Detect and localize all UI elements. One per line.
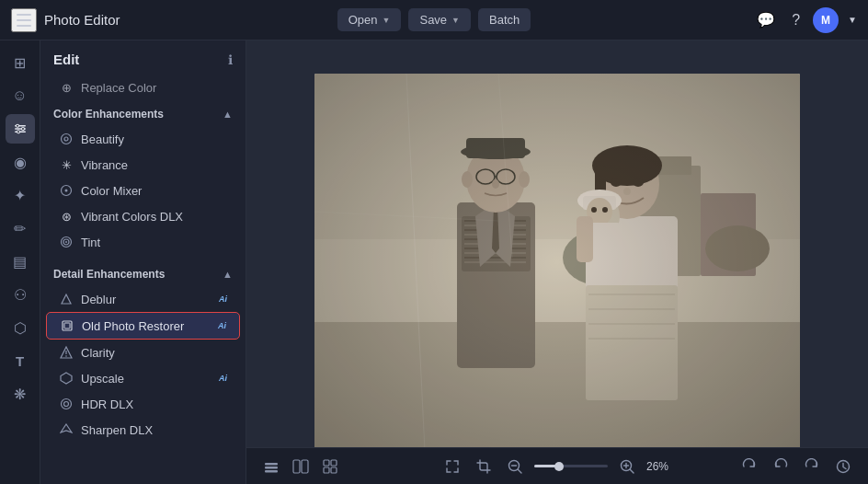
svg-line-94 bbox=[519, 469, 522, 473]
crop-toolbar-button[interactable] bbox=[472, 455, 496, 478]
compare-toolbar-button[interactable] bbox=[289, 455, 313, 478]
svg-line-98 bbox=[631, 469, 634, 473]
section-detail-enhancements-title: Detail Enhancements bbox=[53, 268, 165, 281]
menu-item-deblur[interactable]: Deblur Ai bbox=[46, 286, 240, 312]
svg-point-5 bbox=[17, 131, 19, 133]
zoom-out-toolbar-button[interactable] bbox=[503, 455, 527, 478]
icon-bar-sparkle[interactable]: ✦ bbox=[6, 180, 35, 210]
save-button[interactable]: Save ▼ bbox=[408, 8, 471, 31]
beautify-label: Beautify bbox=[81, 133, 227, 146]
svg-point-6 bbox=[62, 134, 72, 144]
menu-item-hdr-dlx[interactable]: HDR DLX bbox=[46, 391, 240, 417]
color-enhancements-chevron: ▲ bbox=[223, 109, 233, 120]
icon-bar-adjust[interactable] bbox=[6, 114, 35, 144]
svg-point-12 bbox=[65, 241, 67, 243]
svg-rect-85 bbox=[265, 470, 278, 473]
bottom-left-tools bbox=[259, 455, 342, 478]
menu-item-vibrance[interactable]: ✳ Vibrance bbox=[46, 152, 240, 178]
menu-item-sharpen-dlx[interactable]: Sharpen DLX bbox=[46, 417, 240, 443]
expand-toolbar-button[interactable] bbox=[440, 455, 464, 478]
info-icon[interactable]: ℹ bbox=[228, 52, 233, 67]
deblur-icon bbox=[59, 292, 74, 306]
icon-bar-effects[interactable]: ❋ bbox=[6, 379, 35, 409]
zoom-in-toolbar-button[interactable] bbox=[615, 455, 639, 478]
menu-item-replace-color[interactable]: ⊕ Replace Color bbox=[46, 75, 240, 100]
open-dropdown-arrow: ▼ bbox=[383, 16, 391, 25]
photo-canvas bbox=[314, 74, 800, 451]
menu-item-tint[interactable]: Tint bbox=[46, 229, 240, 255]
svg-point-17 bbox=[65, 355, 67, 357]
icon-bar-face[interactable]: ☺ bbox=[6, 81, 35, 110]
layers-toolbar-button[interactable] bbox=[259, 455, 283, 478]
menu-button[interactable] bbox=[11, 8, 37, 32]
bottom-center-tools: 26% bbox=[440, 455, 674, 478]
icon-bar-mask[interactable]: ⬡ bbox=[6, 313, 35, 342]
bottom-right-tools bbox=[737, 455, 855, 478]
open-button[interactable]: Open ▼ bbox=[337, 8, 402, 31]
photo-container bbox=[314, 74, 800, 451]
svg-rect-14 bbox=[64, 323, 70, 328]
sharpen-dlx-icon bbox=[59, 422, 74, 437]
redo-toolbar-button[interactable] bbox=[800, 455, 824, 478]
zoom-percent-label: 26% bbox=[646, 460, 674, 473]
vibrance-icon: ✳ bbox=[59, 157, 74, 172]
panel-header: Edit ℹ bbox=[40, 40, 246, 75]
zoom-slider[interactable] bbox=[534, 465, 608, 467]
header-center: Open ▼ Save ▼ Batch bbox=[337, 8, 531, 31]
panel-scroll[interactable]: Color Enhancements ▲ Beautify ✳ Vibrance bbox=[40, 100, 246, 484]
svg-rect-88 bbox=[324, 460, 329, 466]
svg-rect-89 bbox=[331, 460, 337, 466]
svg-point-20 bbox=[64, 402, 69, 407]
svg-rect-90 bbox=[324, 467, 329, 473]
menu-item-upscale[interactable]: Upscale Ai bbox=[46, 365, 240, 391]
undo-toolbar-button[interactable] bbox=[769, 455, 793, 478]
icon-bar-brush[interactable]: ✏ bbox=[6, 213, 35, 243]
avatar[interactable]: M bbox=[813, 7, 839, 33]
icon-bar-people[interactable]: ⚇ bbox=[6, 280, 35, 309]
icon-bar-grid[interactable]: ⊞ bbox=[6, 48, 35, 77]
history-toolbar-button[interactable] bbox=[831, 455, 855, 478]
icon-bar-eye[interactable]: ◉ bbox=[6, 147, 35, 177]
svg-rect-91 bbox=[331, 467, 337, 473]
menu-item-vibrant-colors-dlx[interactable]: ⊛ Vibrant Colors DLX bbox=[46, 203, 240, 229]
vibrant-colors-label: Vibrant Colors DLX bbox=[81, 210, 227, 224]
menu-item-color-mixer[interactable]: Color Mixer bbox=[46, 178, 240, 203]
rotate-toolbar-button[interactable] bbox=[737, 455, 761, 478]
panel-title: Edit bbox=[53, 52, 79, 67]
old-photo-restorer-ai-badge: Ai bbox=[218, 321, 226, 330]
deblur-label: Deblur bbox=[81, 293, 211, 306]
menu-item-clarity[interactable]: Clarity bbox=[46, 340, 240, 365]
avatar-chevron: ▼ bbox=[848, 15, 857, 25]
tint-label: Tint bbox=[81, 236, 227, 249]
upscale-ai-badge: Ai bbox=[219, 374, 227, 383]
deblur-ai-badge: Ai bbox=[219, 294, 227, 304]
sharpen-dlx-label: Sharpen DLX bbox=[81, 423, 227, 437]
svg-point-3 bbox=[16, 124, 18, 127]
app-title: Photo Editor bbox=[44, 12, 120, 28]
chat-button[interactable]: 💬 bbox=[753, 7, 779, 32]
menu-item-beautify[interactable]: Beautify bbox=[46, 126, 240, 152]
menu-item-old-photo-restorer[interactable]: Old Photo Restorer Ai bbox=[46, 312, 240, 340]
section-color-enhancements[interactable]: Color Enhancements ▲ bbox=[40, 100, 246, 126]
icon-bar-text[interactable]: T bbox=[6, 346, 35, 375]
color-mixer-icon bbox=[59, 183, 74, 198]
icon-bar-layers[interactable]: ▤ bbox=[6, 247, 35, 276]
help-button[interactable]: ? bbox=[788, 8, 804, 32]
section-detail-enhancements[interactable]: Detail Enhancements ▲ bbox=[40, 260, 246, 286]
grid-toolbar-button[interactable] bbox=[318, 455, 342, 478]
batch-button[interactable]: Batch bbox=[478, 8, 531, 31]
tint-icon bbox=[59, 235, 74, 249]
svg-rect-84 bbox=[265, 467, 278, 469]
old-photo-restorer-label: Old Photo Restorer bbox=[82, 319, 211, 333]
clarity-icon bbox=[59, 345, 74, 360]
bottom-toolbar: 26% bbox=[246, 447, 868, 484]
svg-marker-21 bbox=[61, 424, 72, 432]
icon-bar: ⊞ ☺ ◉ ✦ ✏ ▤ ⚇ ⬡ T ❋ bbox=[0, 40, 40, 484]
zoom-slider-container bbox=[534, 465, 608, 467]
replace-color-icon: ⊕ bbox=[59, 80, 74, 95]
svg-rect-86 bbox=[293, 460, 300, 473]
old-photo-restorer-icon bbox=[60, 318, 74, 333]
side-panel: Edit ℹ ⊕ Replace Color Color Enhancement… bbox=[40, 40, 246, 484]
svg-point-4 bbox=[21, 128, 24, 131]
svg-rect-82 bbox=[314, 74, 800, 451]
